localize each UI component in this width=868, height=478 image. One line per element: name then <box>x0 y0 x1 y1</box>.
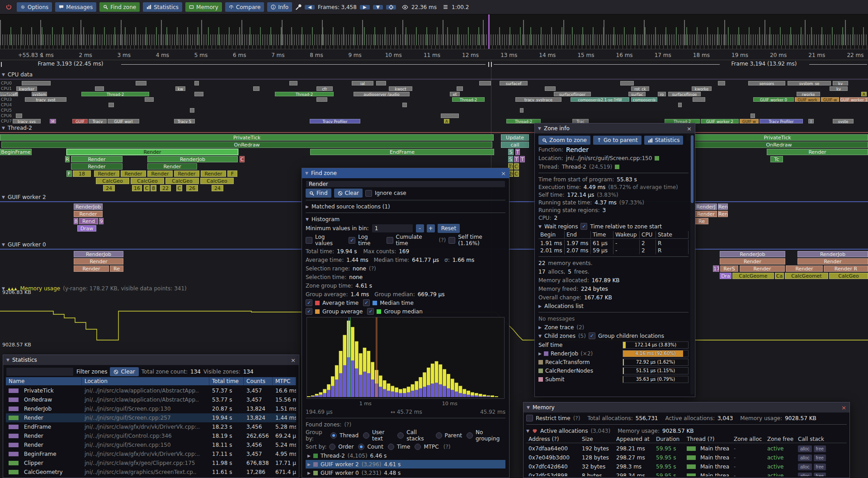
help-icon[interactable]: (?) <box>369 265 376 272</box>
timeline-zone[interactable] <box>145 97 154 102</box>
timeline-zone[interactable]: RenderJob <box>74 204 103 210</box>
prev-frame-button[interactable]: ◀ <box>305 5 315 9</box>
collapse-icon[interactable]: ▼ <box>2 126 5 130</box>
timeline-zone[interactable]: Render <box>74 211 103 217</box>
collapse-icon[interactable]: ▼ <box>538 334 542 338</box>
timeline-zone[interactable]: GUIF w <box>740 119 759 123</box>
allocation-address[interactable]: 0x7dfc53d898 <box>526 473 580 476</box>
timeline-zone[interactable]: Thread-2 <box>275 92 334 96</box>
legend-checkbox[interactable] <box>363 299 370 306</box>
timeline-zone[interactable]: 22 <box>160 185 171 191</box>
child-zone-row[interactable]: Self time172.14 µs (3.83%) <box>538 341 689 349</box>
timeline-zone[interactable]: rot_ck <box>631 86 649 91</box>
timeline-zone[interactable] <box>718 81 725 85</box>
memory-button[interactable]: Memory <box>185 2 222 12</box>
timeline-zone[interactable]: PrivateTick <box>687 134 868 141</box>
timeline-zone[interactable]: A <box>861 92 867 96</box>
timeline-zone[interactable] <box>457 86 463 91</box>
timeline-zone[interactable]: 8 <box>74 218 78 224</box>
allocation-address[interactable]: 0x7dfaa64e00 <box>526 445 580 452</box>
collapse-icon[interactable]: ▼ <box>526 429 529 433</box>
timeline-zone[interactable]: kv <box>830 86 848 91</box>
timeline-zone[interactable]: surfac <box>628 92 646 96</box>
timeline-zone[interactable]: GUIF <box>72 119 88 123</box>
child-zone-row[interactable]: RecalcTransform72.92 µs (1.62%) <box>538 358 689 366</box>
timeline-zone[interactable]: C0 <box>514 163 519 170</box>
timeline-zone[interactable]: Render <box>66 149 238 155</box>
memory-column-header[interactable]: Zone free <box>765 435 796 443</box>
sort-by-count[interactable] <box>358 444 364 450</box>
timeline-zone[interactable]: Render <box>121 170 146 177</box>
timeline-zone[interactable]: GUIF-w <box>821 97 839 102</box>
timeline-zone[interactable]: Render <box>74 265 109 272</box>
timeline-zone[interactable]: tracy_sys <box>13 119 41 123</box>
timeline-zone[interactable]: I <box>808 119 814 123</box>
timeline-zone[interactable]: kw <box>175 86 185 91</box>
next-frame-button[interactable]: ▶ <box>360 5 370 9</box>
statistics-row[interactable]: RenderJobjni/../jni/src/guif/Screen.cpp:… <box>6 404 296 413</box>
min-bin-input[interactable] <box>372 224 413 233</box>
found-zone-group[interactable]: ▶Thread-2(4,105)6.46 s <box>306 451 505 460</box>
group-by-thread[interactable] <box>330 432 337 439</box>
sort-by-order[interactable] <box>329 444 335 450</box>
allocation-row[interactable]: 0x7dfc53d8988 bytes298.34 ms59.95 sMain … <box>526 471 847 476</box>
frame-markers-row[interactable]: Frame 3,193 (22.45 ms) Frame 3,194 (13.9… <box>0 60 868 69</box>
close-icon[interactable]: × <box>501 170 506 177</box>
memory-column-header[interactable]: Address (?) <box>526 435 580 443</box>
memory-column-header[interactable]: Zone alloc <box>731 435 765 443</box>
timeline-zone[interactable]: CalcGeo <box>829 273 868 279</box>
timeline-zone[interactable]: audioserver /audio <box>354 92 410 96</box>
timeline-zone[interactable] <box>194 81 199 85</box>
timeline-zone[interactable]: R <box>65 156 70 162</box>
expand-icon[interactable]: ▶ <box>538 351 542 356</box>
timeline-zone[interactable]: surfacef <box>500 81 528 85</box>
column-header-total-time[interactable]: Total time <box>209 377 244 385</box>
timeline-zone[interactable]: F <box>66 170 72 177</box>
timeline-zone[interactable]: T <box>514 156 519 162</box>
timeline-zone[interactable]: CalcGeo <box>165 178 199 184</box>
child-zone-row[interactable]: CalcRenderNodes51.51 µs (1.15%) <box>538 366 689 375</box>
timeline-zone[interactable]: RenderJ <box>695 204 717 210</box>
timeline-zone[interactable]: Render <box>201 170 226 177</box>
memory-column-header[interactable]: Duration <box>654 435 684 443</box>
timeline-zone[interactable] <box>678 103 682 107</box>
collapse-icon[interactable]: ▼ <box>538 224 542 229</box>
timeline-zone[interactable]: rworke <box>797 92 820 96</box>
collapse-icon[interactable]: ▼ <box>538 126 541 131</box>
timeline-zone[interactable]: composer@ <box>631 97 657 102</box>
compare-button[interactable]: Compare <box>225 2 264 12</box>
timeline-zone[interactable]: ro <box>658 92 666 96</box>
timeline-zone[interactable] <box>376 81 386 85</box>
restrict-time-checkbox[interactable] <box>526 415 533 421</box>
collapse-icon[interactable]: ▼ <box>6 358 9 362</box>
wait-regions-section[interactable]: ▼ Wait regions Time relative to zone sta… <box>538 222 689 230</box>
statistics-table-header[interactable]: Name Location Total time Counts MTPC <box>6 377 296 385</box>
timeline-zone[interactable]: kwoct <box>389 86 412 91</box>
timeline-zone[interactable]: Ren <box>718 211 728 217</box>
timeline-zone[interactable]: Rend <box>79 218 98 224</box>
expand-icon[interactable]: ▶ <box>307 462 311 467</box>
filter-zones-input[interactable] <box>6 367 74 376</box>
cpu-data-header[interactable]: ▼ CPU data <box>2 71 33 78</box>
timeline-zone[interactable]: OnRedraw <box>1 142 492 148</box>
timeline-zone[interactable]: C <box>144 185 150 191</box>
expand-icon[interactable]: ▶ <box>307 471 311 475</box>
child-zone-row[interactable]: ▶RenderJob(×2)4.16 ms (92.60%) <box>538 349 689 358</box>
timeline-zone[interactable]: 18 <box>73 170 91 177</box>
messages-button[interactable]: Messages <box>55 2 96 12</box>
group-by-no-grouping[interactable] <box>467 432 473 439</box>
column-header-mtpc[interactable]: MTPC <box>273 377 296 385</box>
allocation-address[interactable]: 0x7e049b3d00 <box>526 454 580 461</box>
timeline-zone[interactable]: Ca <box>775 273 784 279</box>
timeline-zone[interactable]: T <box>515 149 520 155</box>
timeline-zone[interactable]: Render R <box>824 265 868 272</box>
timeline-zone[interactable]: surfaceflinger <box>554 92 591 96</box>
statistics-row[interactable]: BeginFramejni/../jni/src/claw/gfx/drv/vk… <box>6 450 296 459</box>
find-button[interactable]: Find <box>306 189 331 198</box>
timeline-zone[interactable] <box>108 103 114 107</box>
bin-increase-button[interactable]: + <box>427 224 435 232</box>
found-zone-group[interactable]: ▶GUIF worker 0(3,231)4.48 s <box>306 469 505 477</box>
statistics-row[interactable]: OnRedrawjni/../jni/src/claw/application/… <box>6 395 296 404</box>
timeline-zone[interactable]: kworke <box>692 86 712 91</box>
timeline-zone[interactable]: Render <box>147 170 173 177</box>
